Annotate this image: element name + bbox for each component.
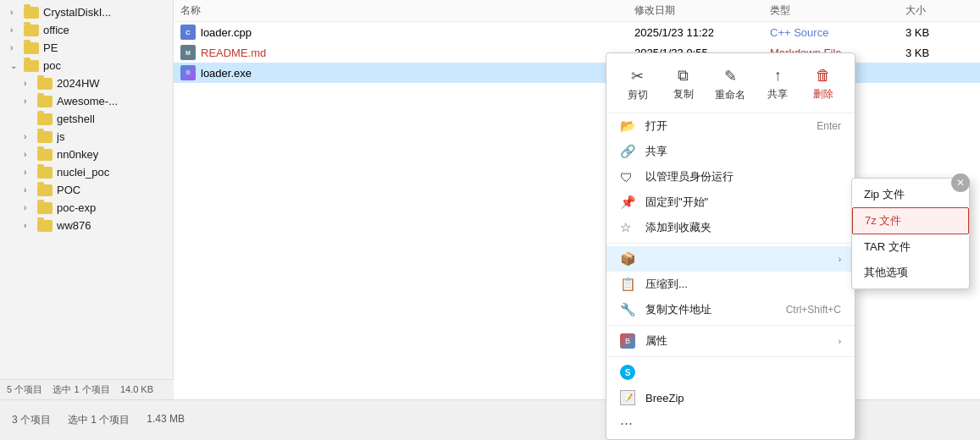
- sidebar-item-label: PE: [43, 41, 58, 54]
- ctx-admin-item[interactable]: 🛡 以管理员身份运行: [606, 164, 855, 190]
- open-icon: 📂: [620, 118, 637, 134]
- sidebar-item-poc-folder[interactable]: › POC: [0, 181, 173, 199]
- ctx-shortcut: Ctrl+Shift+C: [786, 304, 841, 316]
- col-type: 类型: [770, 3, 905, 18]
- folder-icon: [37, 96, 53, 107]
- copy-label: 复制: [673, 87, 694, 102]
- ctx-item-label: 复制文件地址: [645, 302, 769, 317]
- sidebar-item-office[interactable]: › office: [0, 21, 173, 39]
- sidebar-item-label: nn0nkey: [57, 148, 98, 161]
- ctx-item-label: 压缩到...: [645, 277, 824, 292]
- clipboard-icon: 📋: [620, 277, 637, 292]
- delete-icon: 🗑: [816, 67, 831, 85]
- md-icon: M: [180, 45, 196, 60]
- rename-icon: ✎: [724, 67, 737, 85]
- sidebar-item-label: CrystalDiskI...: [43, 6, 111, 19]
- ctx-separator: [606, 243, 855, 244]
- ctx-item-label: 打开: [645, 118, 800, 134]
- expand-arrow: ⌄: [10, 61, 24, 70]
- file-name-cell: ⚙ loader.exe: [180, 65, 634, 80]
- file-size: 3 KB: [905, 26, 973, 39]
- ctx-item-label: BreeZip: [645, 392, 841, 404]
- status-count: 3 个项目: [12, 413, 51, 427]
- ctx-item-label: 属性: [645, 333, 835, 349]
- folder-icon: [37, 78, 53, 90]
- ctx-properties-item[interactable]: 🔧 复制文件地址 Ctrl+Shift+C: [606, 297, 855, 322]
- expand-arrow: ›: [24, 221, 37, 230]
- ctx-pin-item[interactable]: 📌 固定到"开始": [606, 190, 855, 215]
- file-name-cell: M README.md: [180, 45, 634, 60]
- zip-label: Zip 文件: [864, 187, 905, 202]
- submenu-tar[interactable]: TAR 文件: [852, 234, 969, 260]
- ctx-separator: [606, 325, 855, 326]
- notepad-icon: 📝: [620, 390, 637, 405]
- status-selected: 选中 1 个项目: [68, 413, 130, 427]
- close-button[interactable]: ✕: [951, 173, 970, 192]
- ctx-skype-item[interactable]: S: [606, 360, 855, 385]
- share2-icon: 🔗: [620, 144, 637, 159]
- pin-icon: 📌: [620, 195, 637, 210]
- folder-icon: [37, 113, 53, 125]
- ctx-share-button[interactable]: ↑ 共享: [757, 63, 798, 106]
- ctx-shortcut: Enter: [817, 120, 841, 132]
- folder-icon: [37, 220, 53, 232]
- ctx-breezip-item[interactable]: B 属性 ›: [606, 328, 855, 354]
- expand-arrow: ›: [24, 150, 37, 159]
- sidebar-item-poc[interactable]: ⌄ poc: [0, 57, 173, 74]
- file-list-header: 名称 修改日期 类型 大小: [174, 0, 980, 22]
- table-row[interactable]: C loader.cpp 2025/1/23 11:22 C++ Source …: [174, 22, 980, 42]
- submenu-7z[interactable]: 7z 文件: [852, 207, 969, 234]
- sidebar: › CrystalDiskI... › office › PE ⌄ poc › …: [0, 0, 174, 440]
- folder-icon: [37, 149, 53, 161]
- sidebar-item-getshell[interactable]: getshell: [0, 110, 173, 128]
- ctx-copy-path-item[interactable]: 📋 压缩到...: [606, 272, 855, 297]
- file-name: loader.exe: [201, 67, 252, 80]
- folder-icon: [24, 25, 39, 36]
- ctx-favorite-item[interactable]: ☆ 添加到收藏夹: [606, 215, 855, 240]
- ctx-toolbar: ✂ 剪切 ⧉ 复制 ✎ 重命名 ↑ 共享 🗑 删除: [606, 57, 855, 113]
- ctx-item-label: 固定到"开始": [645, 195, 841, 210]
- sidebar-item-2024hw[interactable]: › 2024HW: [0, 74, 173, 92]
- expand-arrow: ›: [10, 8, 24, 17]
- expand-arrow: ›: [24, 168, 37, 177]
- ctx-compress-item[interactable]: 📦 ›: [606, 246, 855, 272]
- file-name: README.md: [201, 47, 266, 59]
- ctx-delete-button[interactable]: 🗑 删除: [803, 63, 844, 106]
- status-size: 1.43 MB: [147, 413, 185, 427]
- ctx-share-item[interactable]: 🔗 共享: [606, 139, 855, 164]
- table-row[interactable]: M README.md 2025/1/23 9:55 Markdown File…: [174, 42, 980, 63]
- sidebar-item-poc-exp[interactable]: › poc-exp: [0, 199, 173, 217]
- ctx-more-item[interactable]: ⋯: [606, 410, 855, 436]
- ctx-copy-button[interactable]: ⧉ 复制: [663, 63, 704, 106]
- col-name: 名称: [180, 3, 634, 18]
- ctx-rename-button[interactable]: ✎ 重命名: [708, 63, 752, 106]
- file-name-cell: C loader.cpp: [180, 25, 634, 40]
- sidebar-item-pe[interactable]: › PE: [0, 39, 173, 57]
- sidebar-item-ww876[interactable]: › ww876: [0, 217, 173, 234]
- file-type: C++ Source: [770, 26, 905, 39]
- ctx-open-item[interactable]: 📂 打开 Enter: [606, 113, 855, 139]
- sidebar-item-crystaldisk[interactable]: › CrystalDiskI...: [0, 3, 173, 21]
- sidebar-item-js[interactable]: › js: [0, 128, 173, 146]
- submenu-arrow: ›: [839, 337, 841, 346]
- sidebar-item-nn0nkey[interactable]: › nn0nkey: [0, 146, 173, 163]
- table-row[interactable]: ⚙ loader.exe 2025/1/23 11:22 应用程序: [174, 63, 980, 83]
- ctx-notepad-item[interactable]: 📝 BreeZip: [606, 385, 855, 410]
- ctx-cut-button[interactable]: ✂ 剪切: [617, 63, 658, 106]
- sidebar-item-label: office: [43, 24, 69, 36]
- star-icon: ☆: [620, 220, 637, 235]
- sidebar-item-label: Awesome-...: [57, 95, 118, 107]
- folder-icon: [37, 202, 53, 214]
- submenu-arrow: ›: [839, 255, 841, 264]
- sidebar-item-nuclei[interactable]: › nuclei_poc: [0, 163, 173, 181]
- expand-arrow: ›: [24, 96, 37, 106]
- folder-icon: [24, 42, 39, 54]
- ctx-separator: [606, 356, 855, 357]
- submenu-other[interactable]: 其他选项: [852, 260, 969, 285]
- more-icon: ⋯: [620, 415, 637, 431]
- sidebar-item-awesome[interactable]: › Awesome-...: [0, 92, 173, 110]
- file-name: loader.cpp: [201, 26, 252, 39]
- exe-icon: ⚙: [180, 65, 196, 80]
- ctx-item-label: 共享: [645, 144, 841, 159]
- status-top: 5 个项目 选中 1 个项目 14.0 KB: [7, 383, 167, 396]
